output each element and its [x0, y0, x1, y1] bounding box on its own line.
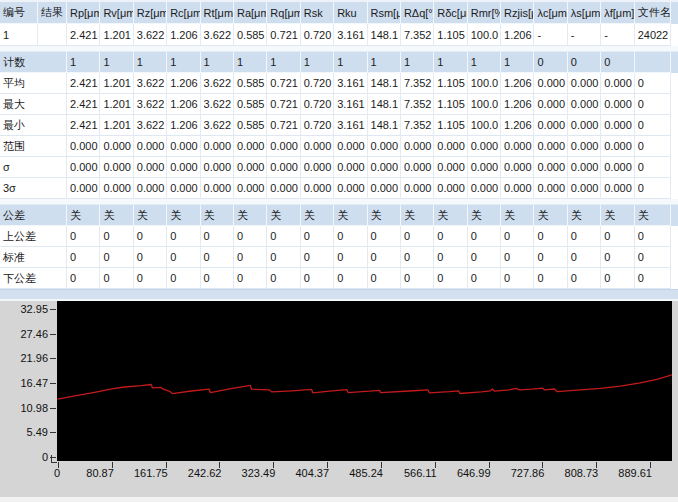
stat-cell: 0.000 [601, 115, 634, 136]
column-header-param: Rt[μm] [201, 2, 234, 24]
tolerance-toggle[interactable]: 关 [67, 205, 100, 226]
tolerance-value-cell[interactable]: 0 [368, 226, 401, 247]
stat-cell: 1.206 [167, 73, 200, 94]
stat-cell: 1 [501, 52, 534, 73]
tolerance-value-cell[interactable]: 0 [468, 268, 501, 289]
tolerance-toggle[interactable]: 关 [468, 205, 501, 226]
plot-area[interactable] [57, 301, 672, 461]
tolerance-toggle[interactable]: 关 [601, 205, 634, 226]
tolerance-value-cell[interactable]: 0 [434, 247, 467, 268]
tolerance-value-cell[interactable]: 0 [234, 247, 267, 268]
tolerance-toggle[interactable]: 关 [234, 205, 267, 226]
tolerance-value-cell[interactable]: 0 [434, 226, 467, 247]
tolerance-value-cell[interactable]: 0 [401, 226, 434, 247]
tolerance-value-cell[interactable]: 0 [601, 226, 634, 247]
tolerance-value-cell[interactable]: 0 [635, 247, 671, 268]
stat-cell: 3.622 [134, 73, 167, 94]
tolerance-value-cell[interactable]: 0 [368, 247, 401, 268]
tolerance-toggle[interactable]: 关 [501, 205, 534, 226]
tolerance-value-cell[interactable]: 0 [100, 268, 133, 289]
tolerance-value-cell[interactable]: 0 [167, 268, 200, 289]
stat-cell: 0.000 [501, 157, 534, 178]
tolerance-value-cell[interactable]: 0 [201, 247, 234, 268]
tolerance-value-cell[interactable]: 0 [635, 226, 671, 247]
tolerance-toggle[interactable]: 关 [100, 205, 133, 226]
tolerance-value-cell[interactable]: 0 [534, 247, 567, 268]
tolerance-toggle[interactable]: 关 [534, 205, 567, 226]
stat-cell: 0.721 [267, 115, 300, 136]
tolerance-value-cell[interactable]: 0 [134, 226, 167, 247]
stat-cell: 0 [601, 52, 634, 73]
y-axis-label: 0 [2, 451, 48, 463]
tolerance-value-cell[interactable]: 0 [401, 268, 434, 289]
tolerance-value-cell[interactable]: 0 [67, 247, 100, 268]
tolerance-value-cell[interactable]: 0 [568, 247, 601, 268]
tolerance-value-cell[interactable]: 0 [534, 268, 567, 289]
tolerance-value-cell[interactable]: 0 [167, 226, 200, 247]
row-label-count: 计数 [0, 52, 67, 73]
tolerance-value-cell[interactable]: 0 [568, 226, 601, 247]
tolerance-toggle[interactable]: 关 [568, 205, 601, 226]
tolerance-toggle[interactable]: 关 [334, 205, 367, 226]
stat-cell: 0.000 [100, 136, 133, 157]
stat-cell: 1 [368, 52, 401, 73]
tolerance-toggle[interactable]: 关 [167, 205, 200, 226]
tolerance-value-cell[interactable]: 0 [301, 247, 334, 268]
tolerance-value-cell[interactable]: 0 [67, 268, 100, 289]
tolerance-toggle[interactable]: 关 [635, 205, 671, 226]
tolerance-value-cell[interactable]: 0 [100, 247, 133, 268]
y-axis-label: 16.47 [2, 377, 48, 389]
tolerance-value-cell[interactable]: 0 [201, 268, 234, 289]
tolerance-value-cell[interactable]: 0 [434, 268, 467, 289]
tolerance-toggle[interactable]: 关 [368, 205, 401, 226]
tolerance-toggle[interactable]: 关 [301, 205, 334, 226]
tolerance-toggle[interactable]: 关 [267, 205, 300, 226]
tolerance-value-cell[interactable]: 0 [301, 226, 334, 247]
result-value-cell: 1.206 [501, 24, 534, 46]
y-axis-tick [50, 408, 56, 409]
stat-cell: 0.000 [601, 94, 634, 115]
tolerance-value-cell[interactable]: 0 [334, 226, 367, 247]
tolerance-value-cell[interactable]: 0 [401, 247, 434, 268]
tolerance-value-cell[interactable]: 0 [267, 226, 300, 247]
tolerance-value-cell[interactable]: 0 [534, 226, 567, 247]
tolerance-toggle[interactable]: 关 [134, 205, 167, 226]
stat-cell: 1 [167, 52, 200, 73]
stat-file-cell: 0 [635, 73, 671, 94]
result-value-cell: 0.720 [301, 24, 334, 46]
tolerance-value-cell[interactable]: 0 [167, 247, 200, 268]
stat-cell: 2.421 [67, 94, 100, 115]
tolerance-value-cell[interactable]: 0 [635, 268, 671, 289]
tolerance-value-cell[interactable]: 0 [201, 226, 234, 247]
tolerance-value-cell[interactable]: 0 [334, 247, 367, 268]
tolerance-value-cell[interactable]: 0 [568, 268, 601, 289]
result-row[interactable]: 12.4211.2013.6221.2063.6220.5850.7210.72… [0, 24, 678, 46]
tolerance-value-cell[interactable]: 0 [501, 247, 534, 268]
stat-cell: 1.206 [501, 94, 534, 115]
tolerance-value-cell[interactable]: 0 [368, 268, 401, 289]
tolerance-value-cell[interactable]: 0 [601, 247, 634, 268]
tolerance-value-cell[interactable]: 0 [301, 268, 334, 289]
tolerance-value-cell[interactable]: 0 [234, 226, 267, 247]
tolerance-toggle[interactable]: 关 [434, 205, 467, 226]
tolerance-value-cell[interactable]: 0 [134, 268, 167, 289]
tolerance-value-cell[interactable]: 0 [100, 226, 133, 247]
tolerance-value-cell[interactable]: 0 [334, 268, 367, 289]
tolerance-value-cell[interactable]: 0 [234, 268, 267, 289]
tolerance-value-cell[interactable]: 0 [601, 268, 634, 289]
stat-cell: 0.000 [401, 136, 434, 157]
tolerance-value-cell[interactable]: 0 [501, 226, 534, 247]
column-header-file: 文件名 [635, 2, 671, 24]
stat-cell: 0.000 [568, 115, 601, 136]
tolerance-value-cell[interactable]: 0 [501, 268, 534, 289]
tolerance-value-cell[interactable]: 0 [468, 247, 501, 268]
tolerance-value-cell[interactable]: 0 [267, 247, 300, 268]
tolerance-value-cell[interactable]: 0 [267, 268, 300, 289]
stat-cell: 0.720 [301, 115, 334, 136]
tolerance-toggle[interactable]: 关 [401, 205, 434, 226]
tolerance-value-cell[interactable]: 0 [67, 226, 100, 247]
tolerance-value-cell[interactable]: 0 [468, 226, 501, 247]
row-label-range: 范围 [0, 136, 67, 157]
tolerance-toggle[interactable]: 关 [201, 205, 234, 226]
tolerance-value-cell[interactable]: 0 [134, 247, 167, 268]
